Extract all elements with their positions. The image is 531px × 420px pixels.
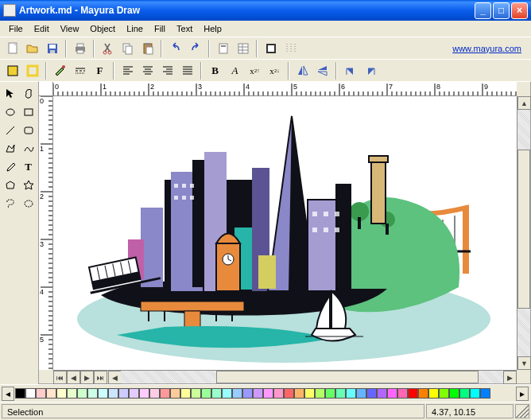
color-swatch[interactable] — [191, 388, 201, 399]
roundrect-tool[interactable] — [20, 122, 37, 138]
page-prev-button[interactable]: ◀ — [67, 371, 80, 384]
resize-grip[interactable] — [515, 404, 529, 418]
color-swatch[interactable] — [377, 388, 387, 399]
color-swatch[interactable] — [480, 388, 490, 399]
text-tool[interactable]: T — [20, 158, 37, 175]
ruler-vertical[interactable]: 0123456 — [39, 96, 53, 370]
preview-button[interactable] — [262, 40, 280, 57]
color-swatch[interactable] — [170, 388, 180, 399]
scroll-up-button[interactable]: ▲ — [517, 96, 531, 110]
paste-button[interactable] — [138, 40, 157, 57]
italic-button[interactable]: A — [226, 62, 244, 80]
rotate-left-button[interactable] — [341, 62, 359, 80]
color-swatch[interactable] — [139, 388, 149, 399]
color-swatch[interactable] — [418, 388, 428, 399]
cut-button[interactable] — [99, 40, 117, 57]
align-left-button[interactable] — [118, 62, 137, 80]
save-button[interactable] — [43, 40, 61, 57]
palette-scroll-left[interactable]: ◂ — [2, 387, 14, 401]
canvas[interactable] — [53, 96, 517, 370]
page-setup-button[interactable] — [214, 40, 232, 57]
align-center-button[interactable] — [138, 62, 157, 80]
color-swatch[interactable] — [284, 388, 294, 399]
scroll-left-button[interactable]: ◀ — [108, 371, 122, 384]
color-swatch[interactable] — [449, 388, 459, 399]
rectangle-tool[interactable] — [20, 103, 37, 120]
undo-button[interactable] — [166, 40, 184, 57]
fill-color-button[interactable] — [3, 62, 21, 80]
star-tool[interactable] — [20, 177, 37, 193]
menu-help[interactable]: Help — [198, 22, 227, 35]
new-button[interactable] — [3, 40, 21, 57]
menu-view[interactable]: View — [55, 22, 85, 35]
color-swatch[interactable] — [294, 388, 304, 399]
color-swatch[interactable] — [222, 388, 232, 399]
print-button[interactable] — [71, 40, 89, 57]
open-button[interactable] — [23, 40, 41, 57]
polygon-tool[interactable] — [2, 140, 18, 157]
menu-object[interactable]: Object — [84, 22, 121, 35]
website-link[interactable]: www.mayura.com — [452, 44, 521, 53]
color-swatch[interactable] — [397, 388, 408, 399]
color-swatch[interactable] — [25, 388, 36, 399]
palette-scroll-right[interactable]: ▸ — [516, 387, 529, 401]
color-swatch[interactable] — [46, 388, 56, 399]
color-swatch[interactable] — [335, 388, 346, 399]
scroll-down-button[interactable]: ▼ — [517, 356, 531, 370]
scroll-thumb-h[interactable] — [216, 371, 479, 383]
color-swatch[interactable] — [273, 388, 284, 399]
color-swatch[interactable] — [470, 388, 480, 399]
color-swatch[interactable] — [232, 388, 242, 399]
align-justify-button[interactable] — [178, 62, 196, 80]
color-swatch[interactable] — [242, 388, 253, 399]
font-button[interactable]: F — [91, 62, 109, 80]
scroll-right-button[interactable]: ▶ — [503, 371, 517, 384]
eyedropper-tool[interactable] — [2, 158, 18, 175]
color-swatch[interactable] — [428, 388, 439, 399]
scroll-thumb-v[interactable] — [517, 150, 530, 309]
curve-tool[interactable] — [20, 140, 37, 157]
bold-button[interactable]: B — [206, 62, 224, 80]
color-swatch[interactable] — [87, 388, 98, 399]
scrollbar-vertical[interactable]: ▲ ▼ — [517, 96, 530, 370]
color-swatch[interactable] — [346, 388, 356, 399]
scrollbar-horizontal[interactable]: ⏮ ◀ ▶ ⏭ ◀ ▶ — [53, 370, 517, 383]
color-swatch[interactable] — [98, 388, 108, 399]
page-first-button[interactable]: ⏮ — [53, 371, 67, 384]
color-swatch[interactable] — [56, 388, 67, 399]
pointer-tool[interactable] — [2, 85, 18, 102]
color-swatch[interactable] — [263, 388, 273, 399]
color-swatch[interactable] — [77, 388, 87, 399]
flip-h-button[interactable] — [293, 62, 312, 80]
menu-text[interactable]: Text — [171, 22, 198, 35]
color-swatch[interactable] — [439, 388, 449, 399]
color-swatch[interactable] — [15, 388, 25, 399]
color-swatch[interactable] — [366, 388, 377, 399]
ruler-horizontal[interactable]: 0123456789 — [53, 82, 517, 96]
line-style-button[interactable] — [71, 62, 89, 80]
close-button[interactable]: × — [511, 2, 528, 19]
copy-button[interactable] — [118, 40, 137, 57]
color-swatch[interactable] — [108, 388, 118, 399]
menu-line[interactable]: Line — [121, 22, 149, 35]
minimize-button[interactable]: _ — [475, 2, 491, 19]
color-swatch[interactable] — [304, 388, 315, 399]
color-swatch[interactable] — [149, 388, 160, 399]
color-swatch[interactable] — [253, 388, 263, 399]
menu-edit[interactable]: Edit — [29, 22, 55, 35]
flip-v-button[interactable] — [313, 62, 331, 80]
menu-file[interactable]: File — [3, 22, 29, 35]
color-swatch[interactable] — [356, 388, 366, 399]
color-swatch[interactable] — [180, 388, 191, 399]
lasso-tool[interactable] — [2, 195, 18, 212]
stroke-color-button[interactable] — [23, 62, 41, 80]
color-swatch[interactable] — [129, 388, 139, 399]
color-swatch[interactable] — [118, 388, 129, 399]
color-swatch[interactable] — [160, 388, 170, 399]
color-swatch[interactable] — [201, 388, 211, 399]
color-swatch[interactable] — [387, 388, 397, 399]
dashed-ellipse-tool[interactable] — [20, 195, 37, 212]
layers-button[interactable] — [234, 40, 252, 57]
color-swatch[interactable] — [325, 388, 335, 399]
align-right-button[interactable] — [158, 62, 176, 80]
